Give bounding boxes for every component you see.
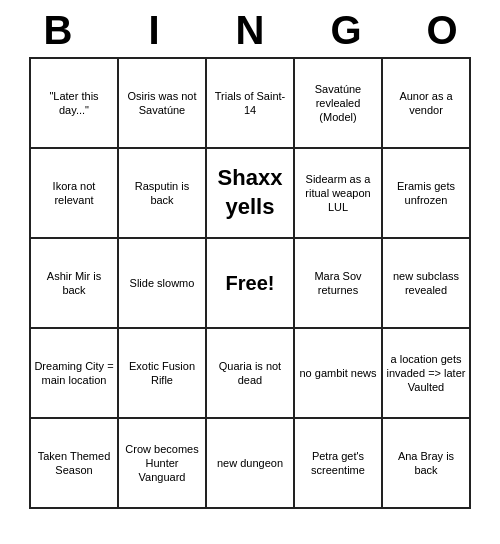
cell-r3-c2: Quaria is not dead [207, 329, 295, 419]
cell-r2-c4: new subclass revealed [383, 239, 471, 329]
bingo-grid: "Later this day..."Osiris was not Savatú… [29, 57, 471, 509]
cell-r4-c1: Crow becomes Hunter Vanguard [119, 419, 207, 509]
cell-r2-c0: Ashir Mir is back [31, 239, 119, 329]
cell-r0-c2: Trials of Saint-14 [207, 59, 295, 149]
cell-r2-c1: Slide slowmo [119, 239, 207, 329]
cell-r1-c3: Sidearm as a ritual weapon LUL [295, 149, 383, 239]
cell-r4-c3: Petra get's screentime [295, 419, 383, 509]
cell-r3-c1: Exotic Fusion Rifle [119, 329, 207, 419]
cell-r3-c0: Dreaming City = main location [31, 329, 119, 419]
cell-r4-c0: Taken Themed Season [31, 419, 119, 509]
cell-r3-c3: no gambit news [295, 329, 383, 419]
cell-r3-c4: a location gets invaded => later Vaulted [383, 329, 471, 419]
cell-r2-c2: Free! [207, 239, 295, 329]
header-letter-b: B [14, 8, 102, 53]
cell-r0-c1: Osiris was not Savatúne [119, 59, 207, 149]
cell-r0-c3: Savatúne revlealed (Model) [295, 59, 383, 149]
cell-r1-c0: Ikora not relevant [31, 149, 119, 239]
cell-r1-c2: Shaxx yells [207, 149, 295, 239]
cell-r1-c1: Rasputin is back [119, 149, 207, 239]
bingo-header: BINGO [10, 0, 490, 57]
cell-r0-c0: "Later this day..." [31, 59, 119, 149]
cell-r0-c4: Aunor as a vendor [383, 59, 471, 149]
cell-r1-c4: Eramis gets unfrozen [383, 149, 471, 239]
header-letter-g: G [302, 8, 390, 53]
header-letter-o: O [398, 8, 486, 53]
header-letter-n: N [206, 8, 294, 53]
cell-r4-c4: Ana Bray is back [383, 419, 471, 509]
header-letter-i: I [110, 8, 198, 53]
cell-r2-c3: Mara Sov returnes [295, 239, 383, 329]
cell-r4-c2: new dungeon [207, 419, 295, 509]
